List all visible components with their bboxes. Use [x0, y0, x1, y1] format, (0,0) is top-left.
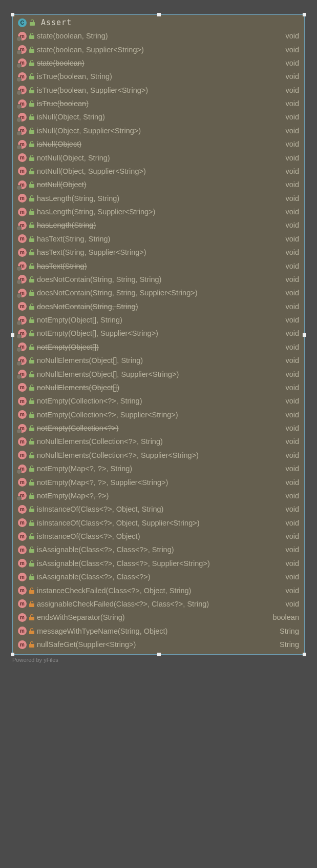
method-row[interactable]: mnotEmpty(Map<?, ?>, String)void [13, 462, 304, 475]
method-row[interactable]: misInstanceOf(Class<?>, Object, Supplier… [13, 516, 304, 530]
method-row[interactable]: mnotEmpty(Object[], Supplier<String>)voi… [13, 327, 304, 340]
method-signature: hasText(String, Supplier<String>) [37, 248, 280, 256]
resize-handle[interactable] [11, 333, 14, 337]
method-signature: hasText(String, String) [37, 235, 280, 243]
method-row[interactable]: mhasText(String)void [13, 259, 304, 272]
method-row[interactable]: misAssignable(Class<?>, Class<?>)void [13, 570, 304, 583]
method-row[interactable]: mstate(boolean)void [13, 56, 304, 70]
method-row[interactable]: mstate(boolean, String)void [13, 29, 304, 43]
method-signature: isInstanceOf(Class<?>, Object, String) [37, 505, 280, 513]
resize-handle[interactable] [303, 653, 306, 656]
method-icon: m [18, 289, 27, 297]
method-row[interactable]: mnotNull(Object, String)void [13, 151, 304, 164]
method-row[interactable]: mnotEmpty(Collection<?>, String)void [13, 394, 304, 408]
lock-icon [29, 236, 34, 242]
method-row[interactable]: misNull(Object, String)void [13, 110, 304, 124]
method-row[interactable]: mnoNullElements(Object[], Supplier<Strin… [13, 367, 304, 380]
method-row[interactable]: mnotEmpty(Map<?, ?>)void [13, 489, 304, 502]
method-row[interactable]: mnotEmpty(Map<?, ?>, Supplier<String>)vo… [13, 475, 304, 489]
method-icon: m [18, 627, 27, 635]
lock-icon [29, 641, 34, 648]
class-header-row[interactable]: C Assert [13, 15, 304, 29]
return-type: void [285, 289, 299, 297]
method-signature: isAssignable(Class<?>, Class<?>, String) [37, 546, 280, 554]
return-type: void [285, 235, 299, 243]
method-row[interactable]: mmessageWithTypeName(String, Object)Stri… [13, 624, 304, 638]
method-row[interactable]: mnotEmpty(Object[], String)void [13, 313, 304, 327]
method-icon: m [18, 546, 27, 554]
method-icon: m [18, 559, 27, 568]
method-row[interactable]: mnotNull(Object)void [13, 178, 304, 191]
method-signature: isNull(Object, String) [37, 113, 280, 121]
method-row[interactable]: misTrue(boolean, Supplier<String>)void [13, 84, 304, 97]
method-row[interactable]: mhasText(String, Supplier<String>)void [13, 246, 304, 259]
method-row[interactable]: mhasText(String, String)void [13, 232, 304, 246]
return-type: void [285, 600, 299, 608]
method-signature: noNullElements(Collection<?>, Supplier<S… [37, 451, 280, 459]
method-row[interactable]: misAssignable(Class<?>, Class<?>, String… [13, 543, 304, 556]
lock-icon [29, 33, 34, 39]
method-row[interactable]: misInstanceOf(Class<?>, Object, String)v… [13, 502, 304, 516]
method-icon: m [18, 383, 27, 392]
method-row[interactable]: misNull(Object)void [13, 137, 304, 151]
lock-icon [29, 398, 34, 404]
lock-icon [29, 425, 34, 431]
method-row[interactable]: mnoNullElements(Object[])void [13, 381, 304, 394]
method-row[interactable]: mstate(boolean, Supplier<String>)void [13, 43, 304, 56]
method-row[interactable]: misAssignable(Class<?>, Class<?>, Suppli… [13, 557, 304, 570]
resize-handle[interactable] [157, 653, 161, 656]
lock-icon [29, 222, 34, 228]
method-icon: m [18, 194, 27, 203]
method-row[interactable]: mnullSafeGet(Supplier<String>)String [13, 638, 304, 651]
method-row[interactable]: misNull(Object, Supplier<String>)void [13, 124, 304, 137]
method-row[interactable]: mnotEmpty(Collection<?>)void [13, 421, 304, 435]
method-icon: m [18, 342, 27, 351]
method-icon: m [18, 410, 27, 419]
method-row[interactable]: mendsWithSeparator(String)boolean [13, 611, 304, 624]
method-icon: m [18, 451, 27, 459]
method-row[interactable]: mnotEmpty(Object[])void [13, 340, 304, 354]
return-type: boolean [272, 613, 299, 621]
method-row[interactable]: mnoNullElements(Collection<?>, Supplier<… [13, 449, 304, 462]
method-row[interactable]: mdoesNotContain(String, String)void [13, 300, 304, 313]
method-icon: m [18, 261, 27, 270]
lock-icon [29, 209, 34, 215]
resize-handle[interactable] [303, 333, 306, 337]
method-row[interactable]: misInstanceOf(Class<?>, Object)void [13, 530, 304, 543]
lock-icon [29, 574, 34, 580]
method-row[interactable]: mnotNull(Object, Supplier<String>)void [13, 165, 304, 178]
return-type: void [285, 72, 299, 80]
resize-handle[interactable] [11, 13, 14, 16]
resize-handle[interactable] [157, 13, 161, 16]
method-row[interactable]: mnotEmpty(Collection<?>, Supplier<String… [13, 408, 304, 421]
return-type: void [285, 86, 299, 94]
return-type: void [285, 248, 299, 256]
method-row[interactable]: minstanceCheckFailed(Class<?>, Object, S… [13, 583, 304, 597]
return-type: void [285, 154, 299, 162]
method-row[interactable]: misTrue(boolean)void [13, 97, 304, 110]
method-row[interactable]: mdoesNotContain(String, String, String)v… [13, 273, 304, 286]
class-structure-panel[interactable]: C Assert mstate(boolean, String)voidmsta… [12, 14, 305, 655]
method-signature: doesNotContain(String, String, Supplier<… [37, 289, 280, 297]
method-row[interactable]: mhasLength(String, Supplier<String>)void [13, 205, 304, 218]
method-row[interactable]: mhasLength(String, String)void [13, 192, 304, 205]
method-icon: m [18, 532, 27, 541]
return-type: void [285, 316, 299, 324]
resize-handle[interactable] [303, 13, 306, 16]
method-signature: noNullElements(Object[], String) [37, 356, 280, 365]
return-type: void [285, 383, 299, 392]
lock-icon [29, 114, 34, 120]
method-row[interactable]: mnoNullElements(Collection<?>, String)vo… [13, 435, 304, 448]
method-row[interactable]: misTrue(boolean, String)void [13, 70, 304, 83]
return-type: void [285, 573, 299, 581]
return-type: void [285, 356, 299, 365]
method-row[interactable]: massignableCheckFailed(Class<?>, Class<?… [13, 597, 304, 611]
method-row[interactable]: mhasLength(String)void [13, 218, 304, 232]
method-signature: notNull(Object) [37, 180, 280, 189]
method-row[interactable]: mnoNullElements(Object[], String)void [13, 354, 304, 367]
resize-handle[interactable] [11, 653, 14, 656]
return-type: void [285, 532, 299, 540]
method-icon: m [18, 167, 27, 175]
method-row[interactable]: mdoesNotContain(String, String, Supplier… [13, 286, 304, 299]
method-icon: m [18, 437, 27, 446]
